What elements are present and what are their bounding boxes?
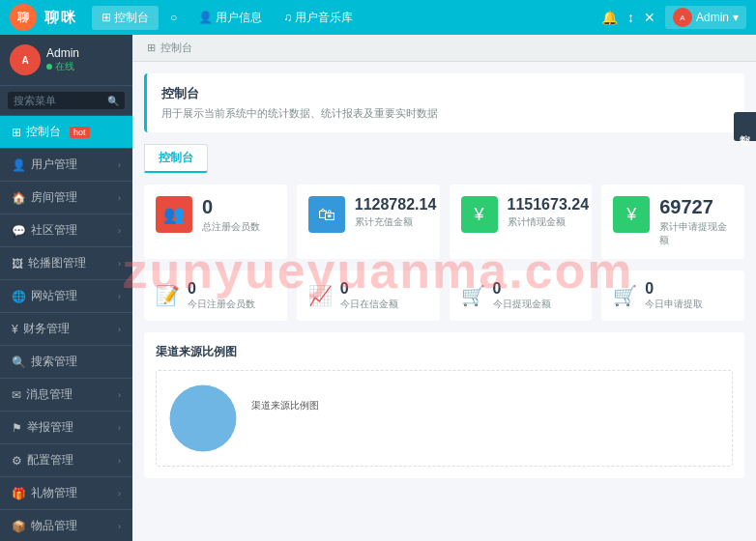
nav-item-userinfo[interactable]: 👤 用户信息 [189,6,272,30]
sidebar-item-rooms-left: 🏠 房间管理 [12,189,77,206]
search-icon: 🔍 [107,96,119,106]
sidebar-item-rooms[interactable]: 🏠 房间管理 › [0,182,132,214]
breadcrumb: ⊞ 控制台 [132,35,756,62]
dashboard-nav-label: 控制台 [114,10,149,26]
sidebar-item-users[interactable]: 👤 用户管理 › [0,149,132,182]
stat-card-applied-content: 69727 累计申请提现金额 [659,196,733,247]
sidebar-label-dashboard: 控制台 [26,124,61,140]
nav-item-music[interactable]: ♫ 用户音乐库 [274,6,363,30]
sidebar-label-items: 物品管理 [31,518,77,534]
chart-placeholder: 渠道来源比例图 [156,370,733,467]
stat-card-recharge: 🛍 1128782.14 累计充值金额 [297,185,440,259]
sidebar-user-info: Admin 在线 [46,46,123,73]
chart-section: 渠道来源比例图 渠道来源比例图 [144,332,744,478]
user-nav-icon: 👤 [198,11,213,24]
today-applied-info: 0 今日申请提取 [645,280,703,311]
sidebar-item-website[interactable]: 🌐 网站管理 › [0,280,132,313]
sidebar-label-gifts: 礼物管理 [31,485,77,501]
hot-badge: hot [70,127,90,138]
sidebar-label-website: 网站管理 [31,288,77,304]
search-mgmt-icon: 🔍 [12,356,26,369]
admin-menu[interactable]: A Admin ▾ [665,6,746,29]
message-icon: ✉ [12,388,21,402]
sidebar: A Admin 在线 🔍 ⊞ 控制台 hot [0,35,132,541]
sidebar-label-banner: 轮播图管理 [28,255,86,271]
sidebar-item-finance[interactable]: ¥ 财务管理 › [0,313,132,346]
recharge-value: 1128782.14 [355,196,437,214]
sidebar-item-message[interactable]: ✉ 消息管理 › [0,379,132,412]
stat-card2-today-recharge: 📈 0 今日在信金额 [297,270,440,321]
arrow-icon-message: › [118,390,121,400]
stat-card2-today-members: 📝 0 今日注册会员数 [144,270,287,321]
nav-item-dashboard[interactable]: ⊞ 控制台 [92,6,159,30]
withdrawal-value: 1151673.24 [508,196,590,214]
sidebar-item-config[interactable]: ⚙ 配置管理 › [0,444,132,477]
sort-icon[interactable]: ↕ [627,10,634,25]
today-members-icon: 📝 [156,284,180,307]
right-panel-label: 控制台 [734,112,756,141]
breadcrumb-icon: ⊞ [147,42,156,54]
circle-icon: ○ [170,11,177,24]
user-nav-label: 用户信息 [216,10,262,26]
arrow-icon-items: › [118,522,121,531]
close-icon[interactable]: ✕ [644,10,655,25]
bell-icon[interactable]: 🔔 [601,10,618,25]
today-recharge-label: 今日在信金额 [340,298,398,311]
page-description: 用于展示当前系统中的统计数据、统计报表及重要实时数据 [161,106,730,121]
topbar-brand: 聊 聊咪 [10,4,77,31]
today-applied-label: 今日申请提取 [645,298,703,311]
today-members-info: 0 今日注册会员数 [188,280,255,311]
breadcrumb-separator: 控制台 [160,41,192,55]
sidebar-item-report[interactable]: ⚑ 举报管理 › [0,412,132,444]
stats-row-2: 📝 0 今日注册会员数 📈 0 今日在信金额 🛒 0 [144,270,744,321]
arrow-icon-community: › [118,226,121,236]
today-members-value: 0 [188,280,255,298]
tab-dashboard[interactable]: 控制台 [144,144,208,173]
brand-title: 聊咪 [44,9,77,27]
nav-item-circle[interactable]: ○ [160,7,187,28]
page-title: 控制台 [161,85,730,102]
sidebar-item-banner[interactable]: 🖼 轮播图管理 › [0,247,132,280]
arrow-icon-gifts: › [118,489,121,498]
sidebar-item-dashboard[interactable]: ⊞ 控制台 hot [0,116,132,149]
today-withdrawal-label: 今日提现金额 [493,298,551,311]
topbar-nav: ⊞ 控制台 ○ 👤 用户信息 ♫ 用户音乐库 [92,6,601,30]
members-value: 0 [202,196,260,218]
sidebar-item-users-left: 👤 用户管理 [12,157,77,173]
members-label: 总注册会员数 [202,220,260,234]
sidebar-item-community[interactable]: 💬 社区管理 › [0,214,132,247]
sidebar-item-items[interactable]: 📦 物品管理 › [0,510,132,541]
svg-text:渠道来源比例图: 渠道来源比例图 [251,400,319,411]
report-icon: ⚑ [12,421,22,435]
sidebar-item-website-left: 🌐 网站管理 [12,288,77,304]
community-icon: 💬 [12,224,26,238]
sidebar-item-finance-left: ¥ 财务管理 [12,321,70,337]
today-members-label: 今日注册会员数 [188,298,255,311]
members-icon: 👥 [156,196,192,233]
music-nav-icon: ♫ [283,11,292,24]
page-header: 控制台 用于展示当前系统中的统计数据、统计报表及重要实时数据 [144,73,744,132]
sidebar-username: Admin [46,46,123,60]
sidebar-label-community: 社区管理 [31,222,77,239]
topbar-right: 🔔 ↕ ✕ A Admin ▾ [601,6,746,29]
arrow-icon-banner: › [118,259,121,269]
sidebar-item-search-left: 🔍 搜索管理 [12,354,77,370]
admin-avatar: A [673,8,692,27]
arrow-icon-config: › [118,456,121,466]
sidebar-item-message-left: ✉ 消息管理 [12,386,73,403]
stat-card2-today-withdrawal: 🛒 0 今日提现金额 [450,270,593,321]
main-content: ⊞ 控制台 控制台 用于展示当前系统中的统计数据、统计报表及重要实时数据 控制台… [132,35,756,541]
status-label: 在线 [55,60,74,73]
sidebar-item-search[interactable]: 🔍 搜索管理 [0,346,132,379]
main-layout: A Admin 在线 🔍 ⊞ 控制台 hot [0,35,756,541]
dashboard-icon: ⊞ [12,126,21,139]
arrow-icon-website: › [118,292,121,301]
sidebar-item-gifts[interactable]: 🎁 礼物管理 › [0,477,132,510]
sidebar-label-finance: 财务管理 [23,321,70,337]
sidebar-menu: ⊞ 控制台 hot 👤 用户管理 › 🏠 房间管理 › [0,116,132,541]
search-input[interactable] [14,95,107,106]
arrow-icon: › [118,160,121,170]
brand-logo: 聊 [10,4,37,31]
applied-value: 69727 [659,196,733,218]
sidebar-status: 在线 [46,60,123,73]
